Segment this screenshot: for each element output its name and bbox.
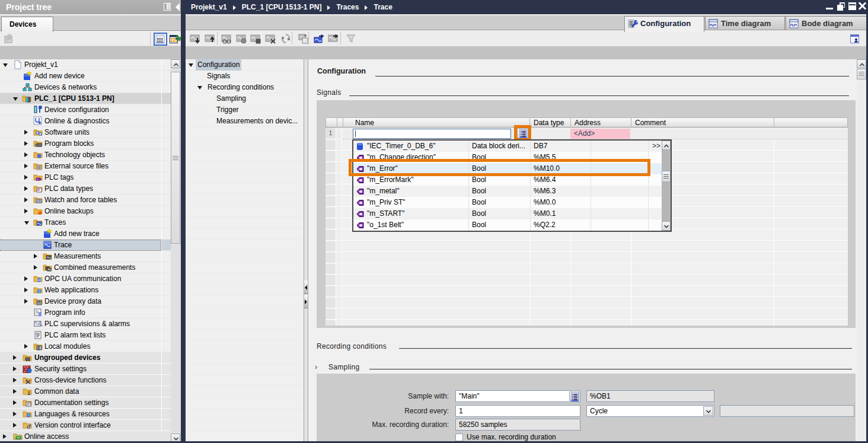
svg-text:UA: UA	[37, 279, 41, 282]
svg-text:01: 01	[38, 313, 42, 316]
